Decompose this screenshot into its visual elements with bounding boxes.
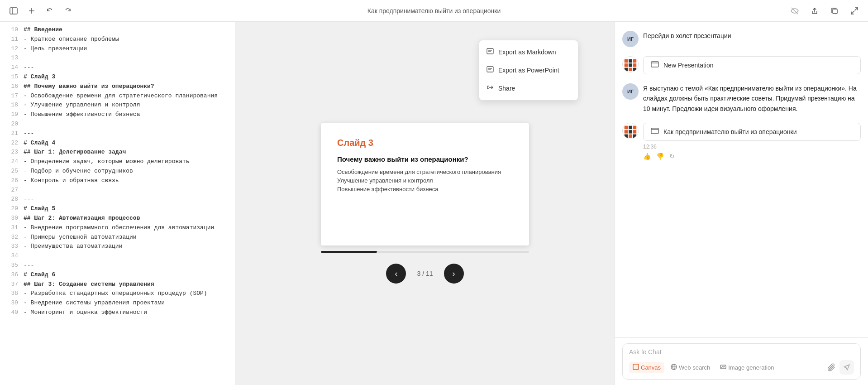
line-number: 32 (4, 233, 18, 242)
line-content: - Подбор и обучение сотрудников (24, 167, 231, 176)
line-content: - Цель презентации (24, 44, 231, 54)
line-number: 22 (4, 139, 18, 148)
line-content: ## Шаг 3: Создание системы управления (24, 280, 231, 289)
chat-tool-canvas-button[interactable]: Canvas (629, 362, 664, 373)
line-content: - Разработка стандартных операционных пр… (24, 289, 231, 298)
line-number: 28 (4, 195, 18, 204)
thumbs-up-button[interactable]: 👍 (643, 153, 651, 160)
line-number: 19 (4, 110, 18, 120)
svg-rect-27 (625, 126, 628, 130)
code-line: 39- Внедрение системы управления проекта… (0, 298, 235, 308)
slide-progress-fill (321, 251, 377, 253)
web-search-label: Web search (679, 364, 710, 371)
line-content (24, 251, 231, 261)
line-content: - Примеры успешной автоматизации (24, 233, 231, 242)
code-line: 29# Слайд 5 (0, 204, 235, 214)
code-line: 36# Слайд 6 (0, 270, 235, 280)
export-markdown-icon (486, 48, 494, 57)
line-number: 21 (4, 129, 18, 139)
line-content: # Слайд 3 (24, 72, 231, 82)
code-line: 10## Введение (0, 25, 235, 35)
line-content: - Краткое описание проблемы (24, 35, 231, 44)
avatar (622, 56, 639, 72)
slide-bullet: Повышение эффективности бизнеса (337, 186, 513, 192)
svg-rect-8 (487, 48, 493, 54)
chat-row-msg2: New Presentation (622, 56, 861, 74)
send-button[interactable] (839, 360, 854, 375)
line-number: 26 (4, 176, 18, 186)
svg-rect-35 (633, 135, 637, 138)
chat-row-msg3: ИГЯ выступаю с темой «Как предпринимател… (622, 83, 861, 114)
code-line: 11- Краткое описание проблемы (0, 35, 235, 44)
line-number: 38 (4, 289, 18, 298)
line-number: 16 (4, 82, 18, 91)
svg-rect-33 (625, 135, 628, 138)
svg-rect-31 (629, 130, 632, 134)
next-slide-button[interactable]: › (444, 264, 464, 284)
copy-button[interactable] (828, 5, 841, 17)
line-number: 30 (4, 214, 18, 223)
chat-card[interactable]: New Presentation (643, 56, 861, 74)
topbar: Как предпринимателю выйти из операционки (0, 0, 868, 22)
chat-input-placeholder[interactable]: Ask le Chat (629, 348, 854, 356)
slide-title: Почему важно выйти из операционки? (337, 155, 513, 163)
refresh-button[interactable]: ↻ (669, 153, 675, 160)
code-line: 28--- (0, 195, 235, 204)
chat-messages: ИГПерейди в холст презентацииNew Present… (615, 22, 868, 337)
redo-button[interactable] (62, 5, 74, 17)
line-content: --- (24, 195, 231, 204)
code-editor[interactable]: 10## Введение11- Краткое описание пробле… (0, 22, 235, 385)
chat-message-text: Я выступаю с темой «Как предпринимателю … (643, 83, 861, 114)
svg-rect-15 (625, 59, 628, 63)
svg-rect-30 (633, 126, 637, 130)
line-number: 33 (4, 242, 18, 251)
chat-panel: ИГПерейди в холст презентацииNew Present… (615, 22, 868, 385)
svg-rect-29 (629, 126, 632, 130)
line-content: # Слайд 4 (24, 139, 231, 148)
slide-label: Слайд 3 (337, 138, 513, 148)
chat-card[interactable]: Как предпринимателю выйти из операционки (643, 123, 861, 141)
attach-button[interactable] (828, 363, 836, 371)
line-number: 17 (4, 91, 18, 101)
chat-bubble-msg1: Перейди в холст презентации (643, 31, 861, 41)
chat-input-box: Ask le Chat CanvasWeb searchImage genera… (622, 343, 861, 380)
dropdown-item-export-markdown[interactable]: Export as Markdown (479, 43, 578, 61)
line-number: 31 (4, 223, 18, 233)
code-line: 21--- (0, 129, 235, 139)
line-content: - Освобождение времени для стратегическо… (24, 91, 231, 101)
line-number: 20 (4, 120, 18, 129)
expand-button[interactable] (848, 5, 861, 17)
svg-rect-38 (633, 364, 639, 370)
svg-rect-34 (629, 135, 632, 138)
svg-rect-11 (487, 67, 493, 72)
line-number: 40 (4, 308, 18, 318)
add-button[interactable] (25, 5, 38, 17)
share-label: Share (498, 85, 515, 92)
code-line: 18- Улучшение управления и контроля (0, 101, 235, 110)
line-content: --- (24, 129, 231, 139)
dropdown-item-export-powerpoint[interactable]: Export as PowerPoint (479, 61, 578, 79)
line-content: # Слайд 6 (24, 270, 231, 280)
dropdown-item-share[interactable]: Share (479, 79, 578, 97)
code-line: 40- Мониторинг и оценка эффективности (0, 308, 235, 318)
thumbs-down-button[interactable]: 👎 (656, 153, 664, 160)
avatar: ИГ (622, 83, 639, 100)
code-line: 23## Шаг 1: Делегирование задач (0, 148, 235, 157)
code-line: 22# Слайд 4 (0, 139, 235, 148)
line-content: ## Почему важно выйти из операционки? (24, 82, 231, 91)
share-button[interactable] (808, 5, 821, 17)
chat-tool-web-search-button[interactable]: Web search (667, 362, 714, 373)
main-content: 10## Введение11- Краткое описание пробле… (0, 22, 868, 385)
chat-bubble-msg3: Я выступаю с темой «Как предпринимателю … (643, 83, 861, 114)
line-number: 15 (4, 72, 18, 82)
eye-off-button[interactable] (788, 5, 801, 17)
svg-rect-24 (651, 62, 658, 67)
undo-button[interactable] (43, 5, 56, 17)
line-content: --- (24, 63, 231, 72)
export-powerpoint-icon (486, 66, 494, 75)
chat-tool-image-generation-button[interactable]: Image generation (716, 362, 777, 373)
prev-slide-button[interactable]: ‹ (386, 264, 406, 284)
line-number: 35 (4, 261, 18, 270)
code-line: 31- Внедрение программного обеспечения д… (0, 223, 235, 233)
sidebar-toggle-button[interactable] (7, 5, 20, 17)
